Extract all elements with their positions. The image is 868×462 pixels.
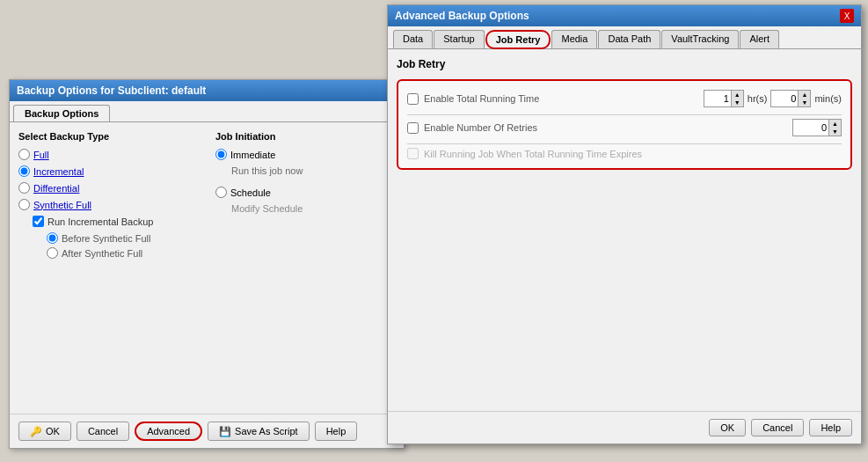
backup-footer: 🔑 OK Cancel Advanced 💾 Save As Script He… xyxy=(10,414,404,448)
job-init-options: Immediate Run this job now Schedule Modi… xyxy=(215,149,395,214)
tab-startup-label: Startup xyxy=(443,33,474,44)
radio-after-synthetic-input[interactable] xyxy=(47,247,58,259)
radio-synthetic[interactable]: Synthetic Full xyxy=(18,199,198,210)
tab-job-retry[interactable]: Job Retry xyxy=(485,30,551,49)
job-initiation-title: Job Initiation xyxy=(215,131,395,142)
retries-down-button[interactable]: ▼ xyxy=(828,128,841,136)
divider-1 xyxy=(407,114,842,115)
kill-job-checkbox[interactable] xyxy=(407,148,419,159)
radio-before-synthetic-input[interactable] xyxy=(47,232,58,244)
cancel-label-advanced: Cancel xyxy=(762,422,792,433)
hr-unit-label: hr(s) xyxy=(748,93,768,104)
advanced-window-title: Advanced Backup Options xyxy=(395,10,529,22)
radio-full-label: Full xyxy=(33,150,49,160)
hr-down-button[interactable]: ▼ xyxy=(731,99,743,106)
enable-number-retries-checkbox[interactable] xyxy=(407,122,419,134)
tab-media-label: Media xyxy=(561,33,587,44)
retry-options-box: Enable Total Running Time ▲ ▼ hr(s) ▲ xyxy=(397,79,852,170)
backup-titlebar: Backup Options for Subclient: default xyxy=(10,80,404,101)
hr-spinner-buttons: ▲ ▼ xyxy=(731,91,743,106)
save-as-script-icon: 💾 xyxy=(219,426,231,437)
radio-full[interactable]: Full xyxy=(18,149,198,160)
close-icon: X xyxy=(844,11,850,21)
min-spinner: ▲ ▼ xyxy=(770,90,811,107)
sub-radio-group: Before Synthetic Full After Synthetic Fu… xyxy=(47,232,198,259)
advanced-body: Job Retry Enable Total Running Time ▲ ▼ … xyxy=(388,49,861,187)
tab-data-path-label: Data Path xyxy=(608,33,651,44)
radio-full-input[interactable] xyxy=(18,149,30,160)
radio-synthetic-label: Synthetic Full xyxy=(33,200,91,210)
radio-schedule-input[interactable] xyxy=(215,187,227,198)
radio-synthetic-input[interactable] xyxy=(18,199,30,210)
modify-schedule-text: Modify Schedule xyxy=(231,203,395,214)
enable-number-retries-label: Enable Number Of Retries xyxy=(424,122,537,133)
cancel-button[interactable]: Cancel xyxy=(77,422,129,441)
min-value-input[interactable] xyxy=(771,92,798,105)
radio-before-synthetic-label: Before Synthetic Full xyxy=(62,233,151,244)
backup-type-title: Select Backup Type xyxy=(18,131,198,142)
advanced-footer: OK Cancel Help xyxy=(388,411,861,444)
help-label-advanced: Help xyxy=(821,422,841,433)
radio-differential-input[interactable] xyxy=(18,182,30,194)
backup-window: Backup Options for Subclient: default Ba… xyxy=(9,79,405,449)
enable-total-running-time-checkbox[interactable] xyxy=(407,93,419,105)
tab-job-retry-label: Job Retry xyxy=(496,34,541,45)
radio-after-synthetic-label: After Synthetic Full xyxy=(62,248,142,259)
tab-data-path[interactable]: Data Path xyxy=(598,30,660,48)
retries-up-button[interactable]: ▲ xyxy=(828,120,841,128)
ok-button-advanced[interactable]: OK xyxy=(709,419,746,436)
backup-tab-bar: Backup Options xyxy=(10,101,404,122)
tab-media[interactable]: Media xyxy=(551,30,597,48)
tab-data-label: Data xyxy=(403,33,423,44)
tab-vault-tracking-label: VaultTracking xyxy=(671,33,729,44)
tab-vault-tracking[interactable]: VaultTracking xyxy=(661,30,739,48)
advanced-button[interactable]: Advanced xyxy=(135,422,202,441)
radio-differential-label: Differential xyxy=(33,183,79,194)
radio-immediate[interactable]: Immediate xyxy=(215,149,395,160)
radio-incremental-input[interactable] xyxy=(18,165,30,177)
help-button-backup[interactable]: Help xyxy=(315,422,358,441)
hr-value-input[interactable] xyxy=(704,92,731,105)
cancel-label: Cancel xyxy=(88,426,118,436)
min-up-button[interactable]: ▲ xyxy=(798,91,810,99)
ok-button[interactable]: 🔑 OK xyxy=(18,422,71,441)
hr-up-button[interactable]: ▲ xyxy=(731,91,743,99)
radio-schedule[interactable]: Schedule xyxy=(215,187,395,198)
run-incremental-checkbox-row[interactable]: Run Incremental Backup xyxy=(33,216,198,227)
tab-backup-options[interactable]: Backup Options xyxy=(13,105,110,121)
help-button-advanced[interactable]: Help xyxy=(809,419,852,436)
tab-alert[interactable]: Alert xyxy=(740,30,779,48)
retries-spinner-buttons: ▲ ▼ xyxy=(828,120,841,136)
job-retry-section-title: Job Retry xyxy=(397,58,852,70)
min-unit-label: min(s) xyxy=(814,93,842,104)
min-spinner-buttons: ▲ ▼ xyxy=(798,91,810,106)
help-label-backup: Help xyxy=(326,426,346,436)
kill-job-label: Kill Running Job When Total Running Time… xyxy=(424,149,642,159)
number-retries-controls: ▲ ▼ xyxy=(792,119,842,136)
job-initiation-col: Job Initiation Immediate Run this job no… xyxy=(215,131,395,259)
run-incremental-checkbox[interactable] xyxy=(33,216,44,227)
cancel-button-advanced[interactable]: Cancel xyxy=(751,419,804,436)
ok-label-advanced: OK xyxy=(720,422,734,433)
radio-immediate-input[interactable] xyxy=(215,149,227,160)
run-incremental-label: Run Incremental Backup xyxy=(47,216,153,227)
tab-startup[interactable]: Startup xyxy=(434,30,484,48)
save-as-script-button[interactable]: 💾 Save As Script xyxy=(208,422,310,441)
min-down-button[interactable]: ▼ xyxy=(798,99,810,106)
radio-after-synthetic[interactable]: After Synthetic Full xyxy=(47,247,198,259)
backup-type-col: Select Backup Type Full Incremental Diff… xyxy=(18,131,198,259)
advanced-label: Advanced xyxy=(147,426,190,436)
retries-value-input[interactable] xyxy=(793,121,828,134)
radio-incremental-label: Incremental xyxy=(33,166,84,177)
ok-label: OK xyxy=(46,426,60,436)
advanced-titlebar: Advanced Backup Options X xyxy=(388,5,861,26)
kill-job-row: Kill Running Job When Total Running Time… xyxy=(407,148,842,159)
radio-differential[interactable]: Differential xyxy=(18,182,198,194)
radio-before-synthetic[interactable]: Before Synthetic Full xyxy=(47,232,198,244)
total-running-time-controls: ▲ ▼ hr(s) ▲ ▼ min(s) xyxy=(704,90,842,107)
tab-data[interactable]: Data xyxy=(393,30,433,48)
hr-spinner: ▲ ▼ xyxy=(704,90,744,107)
close-button[interactable]: X xyxy=(840,9,854,23)
advanced-window: Advanced Backup Options X Data Startup J… xyxy=(387,4,862,444)
radio-incremental[interactable]: Incremental xyxy=(18,165,198,177)
